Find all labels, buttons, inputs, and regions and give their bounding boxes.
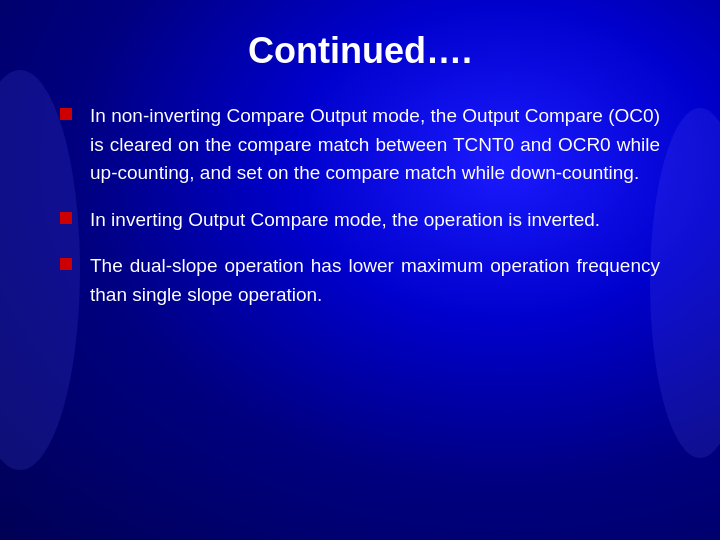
bullet-text-2: In inverting Output Compare mode, the op… [90,206,600,235]
slide-title: Continued…. [248,30,472,72]
list-item: In inverting Output Compare mode, the op… [60,206,660,235]
svg-rect-2 [60,258,72,270]
bullet-text-1: In non-inverting Compare Output mode, th… [90,102,660,188]
bullet-icon-1 [60,105,78,123]
list-item: In non-inverting Compare Output mode, th… [60,102,660,188]
list-item: The dual-slope operation has lower maxim… [60,252,660,309]
bullet-list: In non-inverting Compare Output mode, th… [60,102,660,309]
svg-rect-0 [60,108,72,120]
bullet-icon-2 [60,209,78,227]
slide-container: Continued…. In non-inverting Compare Out… [0,0,720,540]
bullet-icon-3 [60,255,78,273]
bullet-text-3: The dual-slope operation has lower maxim… [90,252,660,309]
svg-rect-1 [60,212,72,224]
